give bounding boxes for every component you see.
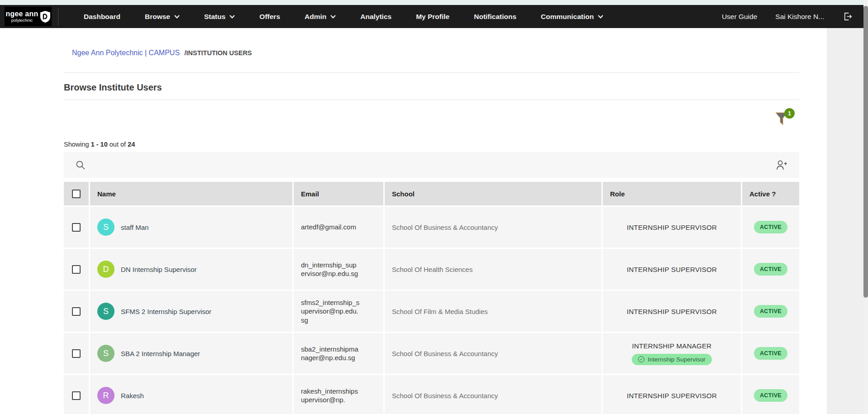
header-select-all-cell <box>64 182 89 205</box>
filter-count-badge: 1 <box>784 108 795 119</box>
nav-item-browse[interactable]: Browse <box>145 13 180 21</box>
nav-item-analytics[interactable]: Analytics <box>360 13 391 21</box>
nav-item-label: Admin <box>305 13 326 21</box>
user-email: rakesh_internshipsupervisor@np. <box>301 387 360 404</box>
status-badge: ACTIVE <box>754 263 787 276</box>
row-checkbox[interactable] <box>72 265 81 274</box>
row-select-cell <box>64 375 89 414</box>
filter-row: 1 <box>64 112 799 131</box>
chevron-down-icon <box>174 15 180 19</box>
email-cell: sba2_internshipmanager@np.edu.sg <box>294 333 383 374</box>
select-all-checkbox[interactable] <box>72 190 81 198</box>
check-circle-icon: ✓ <box>638 356 644 362</box>
nav-item-offers[interactable]: Offers <box>259 13 280 21</box>
nav-item-label: My Profile <box>416 13 449 21</box>
user-name: SBA 2 Internship Manager <box>121 350 200 357</box>
sub-role-badge: ✓Internship Supervisor <box>632 354 712 365</box>
page-top-strip <box>0 0 868 5</box>
email-cell: sfms2_internship_supervisor@np.edu.sg <box>294 291 383 332</box>
user-role: INTERNSHIP SUPERVISOR <box>627 392 717 400</box>
email-cell: artedf@gmail.com <box>294 207 383 247</box>
user-name: Rakesh <box>121 392 144 400</box>
vertical-scrollbar[interactable] <box>863 0 868 414</box>
avatar: R <box>97 387 114 404</box>
row-select-cell <box>64 291 89 332</box>
name-cell: SSBA 2 Internship Manager <box>90 333 292 374</box>
logo-line1: ngee ann <box>6 10 38 18</box>
user-school: School Of Business & Accountancy <box>392 392 498 400</box>
logo-line2: polytechnic <box>6 18 38 23</box>
search-icon[interactable] <box>76 160 86 170</box>
nav-item-admin[interactable]: Admin <box>305 13 336 21</box>
summary-showing: Showing <box>64 141 89 148</box>
divider-under-title <box>64 100 799 100</box>
nav-item-label: Offers <box>259 13 280 21</box>
add-user-button[interactable] <box>775 159 787 171</box>
summary-total: 24 <box>128 141 135 148</box>
status-badge: ACTIVE <box>754 389 787 402</box>
nav-item-status[interactable]: Status <box>204 13 235 21</box>
nav-item-notifications[interactable]: Notifications <box>474 13 516 21</box>
shield-icon <box>40 11 50 23</box>
nav-item-my-profile[interactable]: My Profile <box>416 13 449 21</box>
breadcrumb: Ngee Ann Polytechnic | CAMPUS /INSTITUTI… <box>64 28 799 57</box>
name-cell: RRakesh <box>90 375 292 414</box>
avatar: S <box>97 303 114 320</box>
user-email: artedf@gmail.com <box>301 223 360 231</box>
row-select-cell <box>64 207 89 247</box>
institute-users-table: NameEmailSchoolRoleActive ?Sstaff Manart… <box>64 182 799 414</box>
role-cell: INTERNSHIP SUPERVISOR <box>603 291 741 332</box>
results-summary: Showing 1 - 10 out of 24 <box>64 141 799 148</box>
user-guide-link[interactable]: User Guide <box>722 13 757 21</box>
page-title: Browse Institute Users <box>64 82 799 93</box>
nav-item-label: Notifications <box>474 13 516 21</box>
school-cell: School Of Business & Accountancy <box>385 333 601 374</box>
user-email: sfms2_internship_supervisor@np.edu.sg <box>301 298 360 324</box>
column-header-name: Name <box>90 182 292 205</box>
row-checkbox[interactable] <box>72 349 81 358</box>
row-checkbox[interactable] <box>72 223 81 232</box>
divider-top <box>64 72 799 73</box>
nav-item-label: Communication <box>541 13 594 21</box>
avatar: S <box>97 345 114 362</box>
chevron-down-icon <box>229 15 235 19</box>
scrollbar-thumb[interactable] <box>863 6 868 298</box>
logout-icon[interactable] <box>842 11 853 22</box>
ngee-ann-logo[interactable]: ngee ann polytechnic <box>5 7 52 26</box>
summary-out-of: out of <box>110 141 126 148</box>
nav-menu: DashboardBrowseStatusOffersAdminAnalytic… <box>84 13 603 21</box>
active-cell: ACTIVE <box>742 291 799 332</box>
status-badge: ACTIVE <box>754 221 787 233</box>
chevron-down-icon <box>598 15 603 19</box>
user-email: sba2_internshipmanager@np.edu.sg <box>301 345 360 362</box>
filter-button[interactable]: 1 <box>775 112 790 131</box>
nav-item-communication[interactable]: Communication <box>541 13 603 21</box>
nav-item-label: Analytics <box>360 13 391 21</box>
user-role: INTERNSHIP SUPERVISOR <box>627 266 717 273</box>
column-header-email: Email <box>294 182 383 205</box>
nav-item-dashboard[interactable]: Dashboard <box>84 13 120 21</box>
user-school: School Of Business & Accountancy <box>392 350 498 357</box>
school-cell: School Of Film & Media Studies <box>385 291 601 332</box>
row-checkbox[interactable] <box>72 307 81 316</box>
email-cell: rakesh_internshipsupervisor@np. <box>294 375 383 414</box>
row-select-cell <box>64 249 89 290</box>
column-header-active: Active ? <box>742 182 799 205</box>
column-header-role: Role <box>603 182 741 205</box>
user-role: INTERNSHIP MANAGER <box>632 342 712 350</box>
active-cell: ACTIVE <box>742 207 799 247</box>
nav-item-label: Dashboard <box>84 13 120 21</box>
user-role: INTERNSHIP SUPERVISOR <box>627 224 717 231</box>
user-name: DN Internship Supervisor <box>121 266 197 273</box>
status-badge: ACTIVE <box>754 305 787 318</box>
sub-role-label: Internship Supervisor <box>648 356 706 363</box>
breadcrumb-campus-link[interactable]: Ngee Ann Polytechnic | CAMPUS <box>72 49 180 57</box>
school-cell: School Of Business & Accountancy <box>385 207 601 247</box>
row-checkbox[interactable] <box>72 391 81 400</box>
school-cell: School Of Health Sciences <box>385 249 601 290</box>
username-link[interactable]: Sai Kishore N... <box>775 13 824 21</box>
user-email: dn_internship_supervisor@np.edu.sg <box>301 261 360 278</box>
user-name: staff Man <box>121 224 148 231</box>
add-user-icon <box>775 159 787 171</box>
school-cell: School Of Business & Accountancy <box>385 375 601 414</box>
